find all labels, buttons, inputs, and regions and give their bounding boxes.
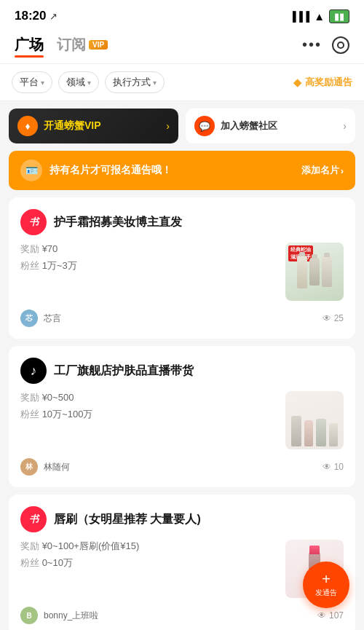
author-avatar-1: 芯 [20, 310, 38, 327]
scan-inner-icon [337, 42, 344, 49]
job-info-3: 奖励 ¥0~100+唇刷(价值¥15) 粉丝 0~10万 [20, 540, 277, 573]
vip-open-label: 开通螃蟹VIP [44, 119, 101, 133]
sk-bottle-3 [316, 419, 326, 446]
vip-crown-icon: ♦ [17, 116, 38, 136]
tab-subscription[interactable]: 订阅 VIP [57, 35, 108, 55]
sk-bottle-4 [329, 423, 338, 446]
location-icon: ↗ [50, 11, 58, 22]
scan-button[interactable] [332, 36, 349, 54]
filter-arrow-2: ▾ [87, 79, 91, 87]
filter-arrow-3: ▾ [153, 79, 157, 87]
community-label: 加入螃蟹社区 [221, 119, 277, 133]
job-footer-1: 芯 芯言 👁 25 [20, 310, 344, 327]
job-reward-3: 奖励 ¥0~100+唇刷(价值¥15) [20, 540, 277, 553]
lipstick-tip [309, 546, 320, 554]
more-button[interactable]: ••• [302, 36, 322, 53]
header-right: ••• [302, 36, 349, 54]
job-footer-3: B bonny_上班啦 👁 107 [20, 607, 344, 624]
community-arrow-icon: › [343, 120, 347, 132]
job-reward-1: 奖励 ¥70 [20, 243, 277, 256]
add-card-button[interactable]: 添加名片 › [301, 164, 344, 177]
community-chat-icon: 💬 [194, 116, 215, 136]
product-tube-1 [297, 256, 307, 288]
platform-filter[interactable]: 平台 ▾ [12, 71, 52, 93]
eye-icon-2: 👁 [323, 462, 331, 472]
view-count-3: 👁 107 [317, 610, 344, 621]
view-count-1: 👁 25 [323, 313, 344, 323]
signal-icon: ▐▐▐ [290, 11, 310, 22]
job-body-3: 奖励 ¥0~100+唇刷(价值¥15) 粉丝 0~10万 [20, 540, 344, 598]
job-body-2: 奖励 ¥0~500 粉丝 10万~100万 [20, 391, 344, 449]
job-image-2 [285, 391, 344, 449]
job-image-1: 经典蛇油滋润顺手 [285, 243, 344, 301]
job-title-2: 工厂旗舰店护肤品直播带货 [54, 363, 194, 379]
platform-icon-douyin: ♪ [20, 358, 47, 384]
job-body-1: 奖励 ¥70 粉丝 1万~3万 经典蛇油滋润顺手 [20, 243, 344, 301]
job-header-2: ♪ 工厂旗舰店护肤品直播带货 [20, 358, 344, 384]
view-count-2: 👁 10 [323, 462, 344, 472]
job-footer-2: 林 林随何 👁 10 [20, 458, 344, 476]
author-name-3: bonny_上班啦 [44, 610, 98, 622]
sk-bottle-2 [304, 420, 313, 446]
fab-plus-icon: + [322, 572, 331, 586]
job-card-1[interactable]: 书 护手霜招募美妆博主直发 奖励 ¥70 粉丝 1万~3万 经典蛇油滋润顺手 芯… [9, 197, 355, 339]
platform-icon-xhs-3: 书 [20, 506, 47, 532]
job-title-3: 唇刷（女明星推荐 大量要人) [54, 511, 201, 527]
wifi-icon: ▲ [314, 10, 325, 23]
filter-arrow-1: ▾ [41, 79, 44, 87]
domain-filter[interactable]: 领域 ▾ [58, 71, 99, 93]
card-notice-banner[interactable]: 🪪 持有名片才可报名通告哦！ 添加名片 › [9, 151, 355, 190]
platform-icon-xhs-1: 书 [20, 209, 47, 235]
job-title-1: 护手霜招募美妆博主直发 [54, 214, 182, 230]
vip-banner-row: ♦ 开通螃蟹VIP › 💬 加入螃蟹社区 › [0, 101, 364, 151]
eye-icon-3: 👁 [317, 610, 326, 621]
card-notice-text: 持有名片才可报名通告哦！ [50, 164, 172, 177]
header-nav: 广场 订阅 VIP ••• [0, 29, 364, 64]
reward-notice[interactable]: ◆ 高奖励通告 [293, 76, 352, 89]
vip-arrow-icon: › [166, 120, 170, 132]
vip-open-button[interactable]: ♦ 开通螃蟹VIP › [9, 109, 178, 143]
job-card-3[interactable]: 书 唇刷（女明星推荐 大量要人) 奖励 ¥0~100+唇刷(价值¥15) 粉丝 … [9, 495, 355, 630]
job-header-1: 书 护手霜招募美妆博主直发 [20, 209, 344, 235]
job-fans-1: 粉丝 1万~3万 [20, 259, 277, 272]
author-avatar-3: B [20, 607, 38, 624]
status-time: 18:20 [15, 9, 46, 23]
job-info-2: 奖励 ¥0~500 粉丝 10万~100万 [20, 391, 277, 425]
job-info-1: 奖励 ¥70 粉丝 1万~3万 [20, 243, 277, 276]
job-fans-3: 粉丝 0~10万 [20, 556, 277, 570]
battery-icon: ▮▮ [329, 9, 349, 23]
job-header-3: 书 唇刷（女明星推荐 大量要人) [20, 506, 344, 532]
filter-bar: 平台 ▾ 领域 ▾ 执行方式 ▾ ◆ 高奖励通告 [0, 64, 364, 101]
status-icons: ▐▐▐ ▲ ▮▮ [290, 9, 350, 23]
tab-plaza[interactable]: 广场 [15, 35, 44, 55]
fab-label: 发通告 [315, 588, 337, 598]
card-notice-icon: 🪪 [20, 160, 42, 181]
sk-bottle-1 [291, 416, 301, 446]
author-name-1: 芯言 [44, 312, 61, 325]
status-bar: 18:20 ↗ ▐▐▐ ▲ ▮▮ [0, 0, 364, 29]
job-fans-2: 粉丝 10万~100万 [20, 408, 277, 421]
author-name-2: 林随何 [44, 461, 70, 473]
execution-filter[interactable]: 执行方式 ▾ [105, 71, 165, 93]
author-avatar-2: 林 [20, 458, 38, 476]
vip-badge: VIP [89, 40, 108, 50]
job-reward-2: 奖励 ¥0~500 [20, 391, 277, 404]
post-notice-fab[interactable]: + 发通告 [303, 562, 349, 608]
diamond-icon: ◆ [293, 76, 301, 88]
eye-icon-1: 👁 [323, 313, 331, 323]
community-join-button[interactable]: 💬 加入螃蟹社区 › [186, 109, 355, 143]
job-card-2[interactable]: ♪ 工厂旗舰店护肤品直播带货 奖励 ¥0~500 粉丝 10万~100万 林 林… [9, 346, 355, 487]
